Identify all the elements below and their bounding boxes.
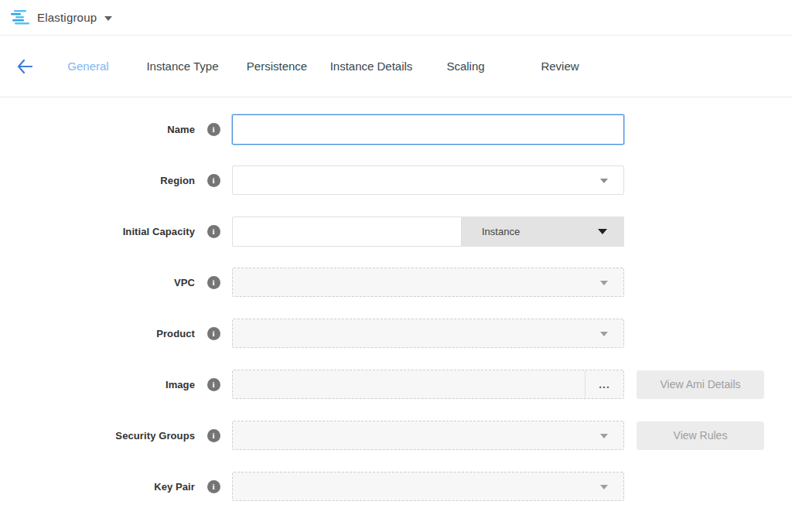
initial-capacity-label: Initial Capacity bbox=[0, 226, 195, 237]
tab-persistence[interactable]: Persistence bbox=[230, 60, 324, 73]
vpc-row: VPC i bbox=[0, 268, 792, 297]
initial-capacity-row: Initial Capacity i Instance bbox=[0, 217, 792, 246]
name-input[interactable] bbox=[232, 114, 624, 145]
chevron-down-icon bbox=[600, 332, 608, 336]
security-groups-info-icon[interactable]: i bbox=[207, 429, 220, 442]
product-row: Product i bbox=[0, 319, 792, 348]
tab-instance-details[interactable]: Instance Details bbox=[324, 60, 418, 73]
image-input: ... bbox=[232, 370, 624, 399]
image-label: Image bbox=[0, 379, 195, 390]
security-groups-label: Security Groups bbox=[0, 430, 195, 442]
region-select[interactable] bbox=[232, 165, 624, 195]
view-rules-button[interactable]: View Rules bbox=[637, 421, 764, 450]
wizard-tabs: General Instance Type Persistence Instan… bbox=[41, 60, 607, 73]
image-info-icon[interactable]: i bbox=[207, 378, 220, 391]
capacity-unit-select[interactable]: Instance bbox=[462, 217, 624, 247]
back-button[interactable] bbox=[9, 51, 40, 82]
chevron-down-icon bbox=[598, 229, 607, 234]
capacity-unit-value: Instance bbox=[482, 226, 520, 237]
initial-capacity-info-icon[interactable]: i bbox=[207, 225, 220, 238]
elastigroup-logo-icon bbox=[11, 9, 31, 27]
general-settings-form: Name i Region i Initial Capacity i Insta… bbox=[0, 97, 792, 501]
chevron-down-icon bbox=[600, 434, 608, 438]
app-title[interactable]: Elastigroup bbox=[37, 11, 97, 24]
security-groups-row: Security Groups i View Rules bbox=[0, 421, 792, 450]
tab-general[interactable]: General bbox=[41, 60, 135, 73]
name-label: Name bbox=[0, 124, 195, 135]
region-label: Region bbox=[0, 175, 195, 186]
initial-capacity-input[interactable] bbox=[232, 217, 462, 247]
vpc-label: VPC bbox=[0, 277, 195, 288]
key-pair-select bbox=[232, 472, 624, 501]
name-info-icon[interactable]: i bbox=[207, 123, 220, 136]
image-browse-button[interactable]: ... bbox=[585, 370, 623, 398]
image-row: Image i ... View Ami Details bbox=[0, 370, 792, 399]
key-pair-row: Key Pair i bbox=[0, 472, 792, 501]
wizard-tab-bar: General Instance Type Persistence Instan… bbox=[0, 36, 792, 97]
product-info-icon[interactable]: i bbox=[207, 327, 220, 340]
key-pair-label: Key Pair bbox=[0, 481, 195, 493]
chevron-down-icon bbox=[600, 281, 608, 285]
name-row: Name i bbox=[0, 114, 792, 144]
tab-review[interactable]: Review bbox=[513, 60, 607, 73]
tab-instance-type[interactable]: Instance Type bbox=[135, 60, 230, 73]
region-info-icon[interactable]: i bbox=[207, 174, 220, 187]
security-groups-select bbox=[232, 421, 624, 450]
app-switcher-caret-icon[interactable] bbox=[104, 16, 112, 21]
view-ami-details-button[interactable]: View Ami Details bbox=[637, 370, 764, 399]
vpc-info-icon[interactable]: i bbox=[207, 276, 220, 289]
product-label: Product bbox=[0, 328, 195, 339]
product-select bbox=[232, 319, 624, 348]
tab-scaling[interactable]: Scaling bbox=[418, 60, 513, 73]
top-app-bar: Elastigroup bbox=[0, 0, 792, 36]
region-row: Region i bbox=[0, 165, 792, 195]
vpc-select bbox=[232, 268, 624, 297]
chevron-down-icon bbox=[600, 485, 608, 489]
key-pair-info-icon[interactable]: i bbox=[207, 480, 220, 493]
back-arrow-icon bbox=[17, 60, 32, 73]
chevron-down-icon bbox=[600, 179, 608, 183]
